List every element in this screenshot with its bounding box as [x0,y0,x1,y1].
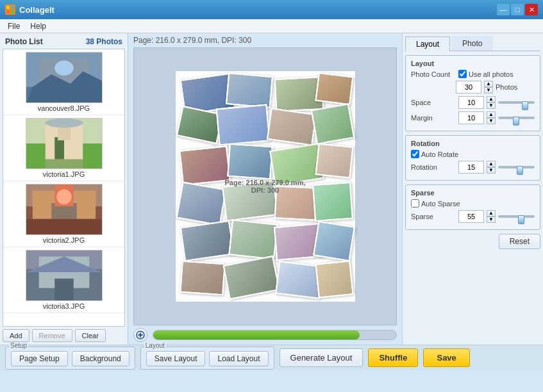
margin-row: Margin ▲ ▼ [411,111,535,124]
list-item[interactable]: vancouver8.JPG [3,49,124,115]
auto-rotate-checkbox[interactable] [411,150,419,158]
add-button[interactable]: Add [3,329,29,342]
rotation-down[interactable]: ▼ [487,167,496,174]
list-item[interactable]: victoria3.JPG [3,247,124,313]
auto-rotate-label[interactable]: Auto Rotate [411,150,458,158]
photo-thumbnail [26,250,103,301]
sparse-label: Sparse [411,213,456,220]
margin-slider[interactable] [498,113,535,123]
collage-photo [180,261,225,296]
photo-count-spinner: ▲ ▼ [484,81,493,94]
layout-section-title: Layout [411,60,535,67]
photo-image-icon [26,250,102,301]
space-down[interactable]: ▼ [487,102,496,109]
photos-label: Photos [496,83,517,91]
menu-help[interactable]: Help [25,20,51,32]
remove-button[interactable]: Remove [32,329,72,342]
canvas-bottom [133,325,397,342]
sparse-slider[interactable] [498,211,535,222]
photo-thumbnail [26,52,103,103]
collage-photo [215,104,270,146]
collage-photo [312,182,353,222]
rotation-label: Rotation [411,163,456,171]
space-slider[interactable] [498,97,535,108]
rotation-input[interactable] [458,161,484,174]
photo-count-input[interactable] [456,81,481,94]
sparse-row: Sparse ▲ ▼ [411,210,535,223]
photo-image-icon [26,52,102,103]
titlebar-title: Collagelt [19,5,54,15]
menubar: File Help [0,19,543,33]
setup-group-label: Setup [9,342,28,349]
photo-count: 38 Photos [86,37,122,46]
save-button[interactable]: Save [423,348,469,367]
use-all-photos-checkbox[interactable] [458,70,467,78]
load-layout-button[interactable]: Load Layout [209,351,268,366]
auto-sparse-checkbox[interactable] [411,199,419,208]
space-input[interactable] [458,96,484,109]
photo-thumbnail [26,118,103,169]
tab-layout[interactable]: Layout [405,37,450,51]
photo-count-down[interactable]: ▼ [484,87,493,94]
collage-photo [310,103,355,145]
sparse-up[interactable]: ▲ [487,210,496,216]
use-all-photos-label[interactable]: Use all photos [458,70,514,78]
rotation-section: Rotation Auto Rotate Rotation ▲ ▼ [405,135,540,181]
photo-count-up[interactable]: ▲ [484,81,493,87]
sparse-spinner: ▲ ▼ [487,210,496,223]
app-icon [5,4,15,15]
reset-button[interactable]: Reset [499,234,540,249]
photo-scroll[interactable]: vancouver8.JPG victoria1.J [3,49,125,327]
space-label: Space [411,99,456,106]
rotation-up[interactable]: ▲ [487,161,496,167]
shuffle-button[interactable]: Shuffle [368,348,418,367]
reset-row: Reset [405,234,540,249]
bottom-toolbar: Setup Page Setup Background Layout Save … [0,345,543,370]
sparse-section: Sparse Auto Sparse Sparse ▲ ▼ [405,184,540,230]
photo-list-panel: Photo List 38 Photos vancouver8.JPG [0,33,128,345]
canvas-page: Page: 216.0 x 279.0 mm, DPI: 300 [176,71,355,302]
list-item[interactable]: victoria1.JPG [3,115,124,181]
tab-photo[interactable]: Photo [451,36,493,51]
auto-sparse-label[interactable]: Auto Sparse [411,199,460,208]
photo-name: victoria2.JPG [43,236,85,244]
titlebar-left: Collagelt [5,4,54,15]
sparse-input[interactable] [458,210,484,223]
svg-rect-15 [83,143,102,168]
sparse-down[interactable]: ▼ [487,216,496,223]
setup-group: Setup Page Setup Background [5,347,135,370]
collage-photo [225,72,272,108]
collage-photo [222,256,280,300]
zoom-button[interactable] [133,328,147,342]
svg-rect-16 [45,118,83,128]
svg-rect-13 [58,127,71,140]
collage-photo [315,143,353,178]
space-up[interactable]: ▲ [487,96,496,102]
page-setup-button[interactable]: Page Setup [11,351,68,366]
minimize-button[interactable]: — [497,4,510,15]
close-button[interactable]: ✕ [525,4,538,15]
generate-layout-button[interactable]: Generate Layout [280,348,363,367]
margin-label: Margin [411,114,456,122]
photo-name: victoria3.JPG [43,302,85,310]
list-item[interactable]: victoria2.JPG [3,181,124,247]
right-panel: Layout Photo Layout Photo Count Use all … [402,33,543,345]
svg-rect-2 [6,10,10,13]
progress-bar [153,331,360,339]
titlebar-controls: — □ ✕ [497,4,538,15]
background-button[interactable]: Background [72,351,129,366]
save-layout-button[interactable]: Save Layout [146,351,206,366]
collage-photo [313,221,355,261]
photo-count-row: Photo Count Use all photos [411,70,535,78]
margin-down[interactable]: ▼ [487,118,496,124]
collage-photo [180,220,234,261]
margin-up[interactable]: ▲ [487,111,496,118]
margin-input[interactable] [458,111,484,124]
auto-sparse-row: Auto Sparse [411,199,535,208]
menu-file[interactable]: File [3,20,25,32]
clear-button[interactable]: Clear [75,329,106,342]
rotation-slider[interactable] [498,162,535,172]
titlebar: Collagelt — □ ✕ [0,0,543,19]
photo-count-label: Photo Count [411,70,456,78]
maximize-button[interactable]: □ [511,4,524,15]
